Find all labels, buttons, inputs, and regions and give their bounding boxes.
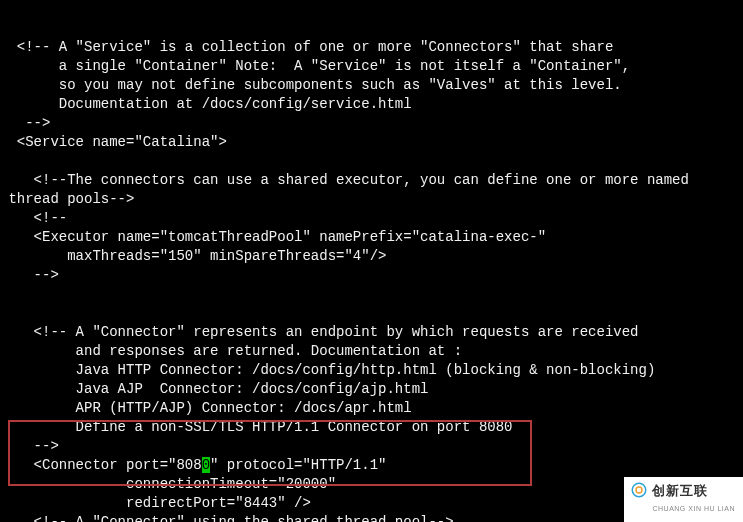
watermark-badge: 创新互联 CHUANG XIN HU LIAN — [624, 477, 743, 522]
code-line[interactable]: <!-- — [0, 209, 743, 228]
code-line[interactable]: --> — [0, 114, 743, 133]
code-line[interactable]: and responses are returned. Documentatio… — [0, 342, 743, 361]
code-line[interactable]: Define a non-SSL/TLS HTTP/1.1 Connector … — [0, 418, 743, 437]
code-line[interactable]: maxThreads="150" minSpareThreads="4"/> — [0, 247, 743, 266]
code-line[interactable]: <Service name="Catalina"> — [0, 133, 743, 152]
svg-point-1 — [636, 487, 642, 493]
code-line[interactable]: --> — [0, 437, 743, 456]
code-line[interactable]: --> — [0, 266, 743, 285]
code-line[interactable]: Java HTTP Connector: /docs/config/http.h… — [0, 361, 743, 380]
code-line[interactable]: Documentation at /docs/config/service.ht… — [0, 95, 743, 114]
code-line[interactable]: Java AJP Connector: /docs/config/ajp.htm… — [0, 380, 743, 399]
svg-point-0 — [633, 483, 647, 497]
code-line[interactable]: APR (HTTP/AJP) Connector: /docs/apr.html — [0, 399, 743, 418]
code-line[interactable]: <!-- A "Connector" represents an endpoin… — [0, 323, 743, 342]
watermark-text-cn: 创新互联 — [652, 483, 708, 498]
code-line[interactable]: <Connector port="8080" protocol="HTTP/1.… — [0, 456, 743, 475]
code-line[interactable] — [0, 285, 743, 304]
code-line[interactable] — [0, 152, 743, 171]
code-line[interactable]: <!--The connectors can use a shared exec… — [0, 171, 743, 190]
terminal-viewport[interactable]: <!-- A "Service" is a collection of one … — [0, 0, 743, 522]
code-line[interactable]: a single "Container" Note: A "Service" i… — [0, 57, 743, 76]
code-line[interactable] — [0, 304, 743, 323]
watermark-logo-icon — [630, 481, 648, 499]
code-line[interactable]: <Executor name="tomcatThreadPool" namePr… — [0, 228, 743, 247]
watermark-text-pinyin: CHUANG XIN HU LIAN — [652, 499, 735, 518]
code-line[interactable]: <!-- A "Service" is a collection of one … — [0, 38, 743, 57]
code-line[interactable]: so you may not define subcomponents such… — [0, 76, 743, 95]
code-content[interactable]: <!-- A "Service" is a collection of one … — [0, 38, 743, 522]
code-line[interactable]: thread pools--> — [0, 190, 743, 209]
text-cursor: 0 — [202, 457, 210, 473]
